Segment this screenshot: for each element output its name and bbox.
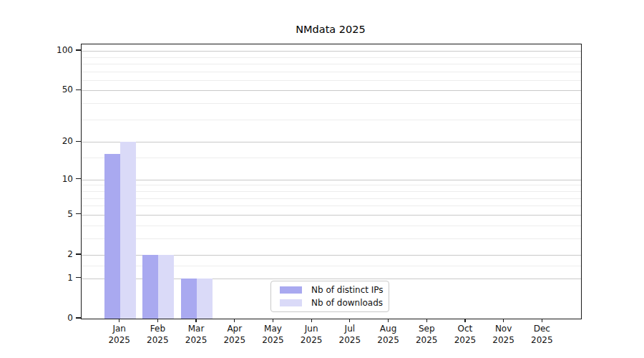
- y-gridline-minor: [82, 103, 581, 104]
- y-gridline-major: [82, 180, 581, 180]
- y-tick-label: 20: [37, 135, 73, 147]
- y-gridline-minor: [82, 226, 581, 226]
- legend: Nb of distinct IPsNb of downloads: [270, 281, 389, 312]
- y-tick-mark: [76, 141, 81, 142]
- chart-title: NMdata 2025: [81, 24, 580, 35]
- x-tick-mark: [273, 319, 273, 322]
- y-tick-mark: [76, 178, 81, 179]
- y-gridline-minor: [82, 120, 581, 120]
- y-gridline-minor: [82, 80, 581, 81]
- bar-downloads: [158, 255, 174, 319]
- y-tick-label: 5: [37, 208, 73, 220]
- y-gridline-major: [82, 142, 581, 142]
- x-tick-mark: [119, 319, 119, 322]
- y-tick-label: 2: [37, 248, 73, 260]
- y-tick-label: 10: [37, 173, 73, 185]
- bar-distinct-ips: [181, 279, 197, 319]
- x-tick-month: Dec: [519, 324, 565, 335]
- legend-swatch-downloads: [280, 299, 302, 306]
- y-tick-mark: [76, 253, 81, 254]
- y-gridline-minor: [82, 72, 581, 72]
- legend-label: Nb of distinct IPs: [311, 285, 384, 295]
- y-gridline-minor: [82, 158, 581, 158]
- y-tick-mark: [76, 277, 81, 278]
- y-gridline-minor: [82, 191, 581, 192]
- y-tick-label: 0: [37, 312, 73, 324]
- y-gridline-minor: [82, 198, 581, 199]
- x-tick-mark: [388, 319, 389, 322]
- y-tick-label: 100: [37, 44, 73, 56]
- x-tick-year: 2025: [519, 335, 565, 347]
- x-tick-mark: [503, 319, 504, 322]
- y-gridline-major: [82, 51, 581, 52]
- y-gridline-minor: [82, 238, 581, 239]
- y-tick-mark: [76, 213, 81, 214]
- y-gridline-minor: [82, 64, 581, 64]
- x-tick-mark: [426, 319, 427, 322]
- legend-entry: Nb of distinct IPs: [271, 284, 389, 296]
- y-gridline-major: [82, 90, 581, 91]
- x-tick-mark: [464, 319, 465, 322]
- x-tick-mark: [195, 319, 196, 322]
- y-gridline-minor: [82, 205, 581, 206]
- y-tick-label: 1: [37, 272, 73, 284]
- x-tick-mark: [234, 319, 235, 322]
- x-tick-mark: [311, 319, 312, 322]
- y-gridline-minor: [82, 57, 581, 58]
- y-tick-mark: [76, 90, 81, 90]
- y-tick-mark: [76, 49, 81, 50]
- y-gridline-minor: [82, 185, 581, 185]
- x-tick-mark: [349, 319, 350, 322]
- y-tick-mark: [76, 317, 81, 318]
- y-tick-label: 50: [37, 84, 73, 95]
- chart-canvas: NMdata 2025 0125102050100Jan2025Feb2025M…: [0, 0, 644, 358]
- x-tick-mark: [542, 319, 542, 322]
- x-tick-mark: [157, 319, 158, 322]
- bar-distinct-ips: [142, 255, 158, 319]
- y-gridline-major: [82, 215, 581, 216]
- plot-area: [81, 44, 582, 319]
- bar-downloads: [197, 279, 213, 319]
- legend-label: Nb of downloads: [311, 298, 383, 308]
- legend-entry: Nb of downloads: [271, 297, 389, 309]
- legend-swatch-distinct-ips: [280, 286, 302, 294]
- bar-downloads: [120, 142, 136, 319]
- x-tick-label: Dec2025: [519, 324, 565, 346]
- bar-distinct-ips: [104, 154, 120, 319]
